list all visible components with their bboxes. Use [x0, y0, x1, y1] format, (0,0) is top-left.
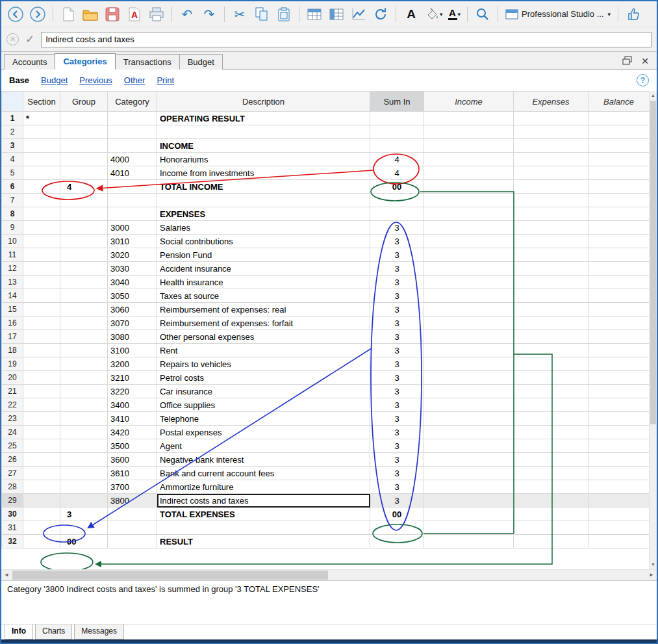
fill-color-button[interactable]: ▾ — [423, 4, 445, 25]
cell[interactable] — [23, 426, 60, 439]
cell[interactable] — [514, 521, 588, 535]
column-header-section[interactable]: Section — [23, 92, 60, 112]
cell[interactable] — [514, 289, 588, 303]
cell[interactable] — [588, 412, 650, 426]
cell[interactable] — [514, 194, 588, 207]
row-number[interactable]: 32 — [2, 535, 23, 548]
row-number[interactable]: 3 — [2, 139, 23, 153]
cell[interactable] — [60, 398, 108, 412]
row-number[interactable]: 10 — [2, 235, 23, 248]
row-number[interactable]: 13 — [2, 276, 23, 289]
cell[interactable] — [108, 535, 157, 548]
cell[interactable] — [370, 112, 424, 125]
cell[interactable]: Indirect costs and taxes — [157, 494, 370, 508]
cell[interactable] — [588, 139, 650, 153]
cell[interactable] — [588, 480, 650, 494]
cell[interactable] — [23, 453, 60, 467]
cell[interactable] — [514, 139, 588, 153]
cell[interactable] — [60, 316, 108, 330]
cell[interactable]: 3060 — [108, 303, 157, 316]
cell[interactable] — [424, 412, 514, 426]
vertical-scroll-thumb[interactable] — [650, 101, 656, 424]
cell[interactable]: 3 — [370, 385, 424, 398]
cell[interactable] — [23, 207, 60, 221]
cell[interactable]: Reimbursement of expenses: real — [157, 303, 370, 316]
cell[interactable] — [424, 112, 514, 125]
back-button[interactable] — [5, 4, 26, 25]
row-number[interactable]: 12 — [2, 262, 23, 276]
cell[interactable]: 3010 — [108, 235, 157, 248]
cell[interactable] — [588, 276, 650, 289]
cell[interactable] — [514, 180, 588, 194]
cell[interactable] — [424, 248, 514, 262]
workspace-selector[interactable]: Professional Studio ... ▾ — [503, 7, 613, 21]
cell[interactable] — [588, 166, 650, 180]
cell[interactable] — [60, 521, 108, 535]
cell[interactable]: Health insurance — [157, 276, 370, 289]
cell[interactable] — [588, 262, 650, 276]
cell[interactable]: 3 — [370, 480, 424, 494]
bottom-tab-info[interactable]: Info — [5, 625, 33, 639]
column-header-sum_in[interactable]: Sum In — [370, 92, 424, 112]
cell[interactable]: 3 — [370, 221, 424, 235]
row-number[interactable]: 1 — [2, 112, 23, 125]
cell[interactable] — [514, 221, 588, 235]
cell[interactable] — [588, 316, 650, 330]
cell[interactable] — [23, 153, 60, 166]
nav-link-other[interactable]: Other — [124, 75, 146, 85]
cell[interactable] — [424, 316, 514, 330]
row-number[interactable]: 17 — [2, 330, 23, 344]
cell[interactable] — [514, 357, 588, 371]
undo-button[interactable]: ↶ — [177, 4, 197, 25]
cell[interactable]: Petrol costs — [157, 371, 370, 385]
cell[interactable] — [157, 125, 370, 139]
cell[interactable] — [23, 385, 60, 398]
cell[interactable] — [588, 521, 650, 535]
bottom-tab-messages[interactable]: Messages — [74, 625, 124, 639]
tab-categories[interactable]: Categories — [55, 53, 115, 70]
cell[interactable] — [23, 467, 60, 480]
cell[interactable] — [424, 207, 514, 221]
cell-editor-input[interactable] — [41, 32, 652, 47]
cell[interactable] — [514, 371, 588, 385]
cell[interactable]: Ammortize furniture — [157, 480, 370, 494]
cell[interactable] — [588, 235, 650, 248]
row-number[interactable]: 11 — [2, 248, 23, 262]
cell[interactable] — [23, 303, 60, 316]
cell[interactable]: 3 — [370, 357, 424, 371]
cell[interactable]: 3 — [370, 439, 424, 453]
row-number[interactable]: 2 — [2, 125, 23, 139]
cut-button[interactable]: ✂ — [229, 4, 250, 25]
save-button[interactable] — [102, 4, 123, 25]
cell[interactable] — [588, 508, 650, 521]
cell[interactable] — [60, 289, 108, 303]
row-number[interactable]: 21 — [2, 385, 23, 398]
cell[interactable] — [370, 125, 424, 139]
cell[interactable] — [424, 357, 514, 371]
cell[interactable] — [424, 480, 514, 494]
cell[interactable]: RESULT — [157, 535, 370, 548]
row-number[interactable]: 29 — [2, 494, 23, 508]
row-number[interactable]: 4 — [2, 153, 23, 166]
cell[interactable]: 3 — [370, 330, 424, 344]
row-number[interactable]: 8 — [2, 207, 23, 221]
cell[interactable] — [588, 385, 650, 398]
cell[interactable]: Rent — [157, 344, 370, 357]
cell[interactable] — [23, 371, 60, 385]
cell[interactable]: * — [23, 112, 60, 125]
cell[interactable] — [23, 412, 60, 426]
cell[interactable]: 3050 — [108, 289, 157, 303]
cell[interactable] — [514, 262, 588, 276]
scroll-left-button[interactable]: ◄ — [1, 570, 12, 580]
cell[interactable] — [424, 139, 514, 153]
cell[interactable] — [108, 508, 157, 521]
cell[interactable]: 00 — [370, 508, 424, 521]
cell[interactable] — [108, 194, 157, 207]
cell[interactable]: 3 — [370, 289, 424, 303]
cell[interactable] — [60, 480, 108, 494]
cell[interactable] — [424, 521, 514, 535]
table-columns-button[interactable] — [304, 4, 325, 25]
cell[interactable] — [23, 235, 60, 248]
cell[interactable]: 3 — [370, 371, 424, 385]
cell[interactable]: OPERATING RESULT — [157, 112, 370, 125]
